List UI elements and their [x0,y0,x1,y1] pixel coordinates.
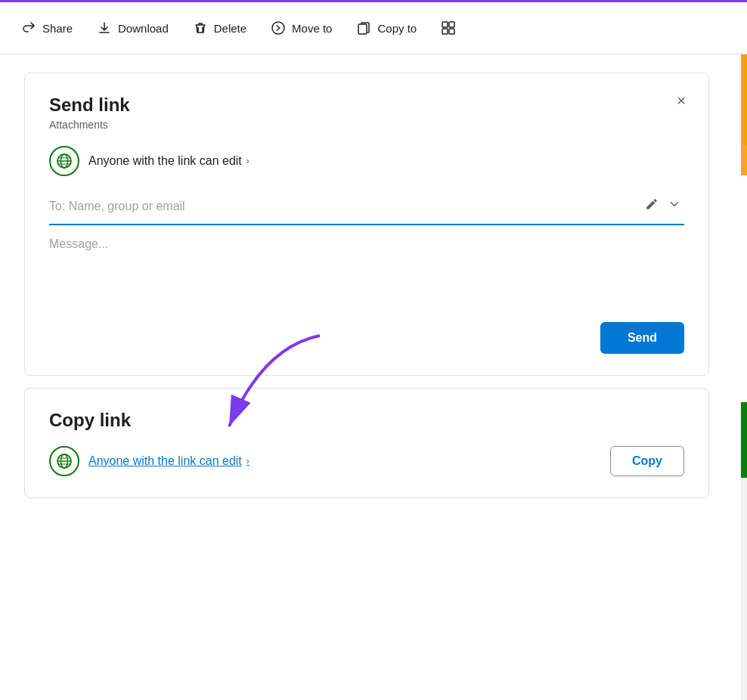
send-permission-text: Anyone with the link can edit › [88,154,250,168]
svg-point-0 [272,22,284,34]
globe-icon [55,152,73,170]
copy-to-label: Copy to [377,22,417,35]
delete-label: Delete [214,22,246,35]
copy-globe-icon-wrapper [49,446,79,476]
send-link-subtitle: Attachments [49,119,684,131]
download-button[interactable]: Download [88,14,178,42]
send-link-section: × Send link Attachments Anyone with the … [24,73,709,376]
copy-link-left: Anyone with the link can edit › [49,446,250,476]
download-label: Download [118,22,169,35]
copy-to-icon [356,20,371,36]
send-permission-row[interactable]: Anyone with the link can edit › [49,146,684,176]
copy-link-section: Copy link Anyone with the link can edit [24,388,709,498]
svg-rect-3 [449,22,454,27]
main-content: × Send link Attachments Anyone with the … [0,54,741,700]
toolbar: Share Download Delete Move to Copy to [0,0,747,54]
svg-rect-2 [442,22,448,27]
delete-button[interactable]: Delete [184,14,256,42]
copy-globe-icon [55,452,73,470]
to-field-row [49,194,684,225]
chevron-right-icon: › [246,156,250,166]
accent-bar-3 [741,175,747,402]
copy-chevron-right-icon: › [246,456,250,466]
send-button[interactable]: Send [600,322,684,354]
copy-to-button[interactable]: Copy to [347,14,426,42]
accent-bar-2 [741,145,747,175]
share-icon [21,20,36,36]
globe-icon-wrapper [49,146,79,176]
edit-icon-button[interactable] [642,194,662,218]
pencil-icon [645,197,659,211]
copy-link-row: Anyone with the link can edit › Copy [49,446,684,476]
send-button-row: Send [49,322,684,354]
delete-icon [193,20,208,36]
accent-bar-4 [741,402,747,478]
extra-icon [441,20,456,36]
copy-button[interactable]: Copy [610,446,684,476]
svg-rect-4 [442,29,448,34]
svg-rect-1 [358,24,367,34]
sidebar-accents [741,54,747,700]
move-to-label: Move to [292,22,332,35]
chevron-down-button[interactable] [665,194,684,218]
copy-link-title: Copy link [49,410,684,431]
copy-permission-link[interactable]: Anyone with the link can edit › [88,454,250,468]
share-button[interactable]: Share [12,14,82,42]
close-icon: × [677,92,686,110]
accent-bar-1 [741,54,747,145]
share-label: Share [42,22,73,35]
download-icon [97,20,112,36]
svg-rect-5 [449,29,454,34]
field-icons [642,194,684,218]
move-to-button[interactable]: Move to [262,14,341,42]
extra-button[interactable] [432,14,465,42]
chevron-down-icon [668,197,681,211]
close-button[interactable]: × [669,88,693,113]
to-input[interactable] [49,200,636,213]
send-link-title: Send link [49,94,684,116]
message-input[interactable] [49,237,684,298]
move-to-icon [271,20,286,36]
